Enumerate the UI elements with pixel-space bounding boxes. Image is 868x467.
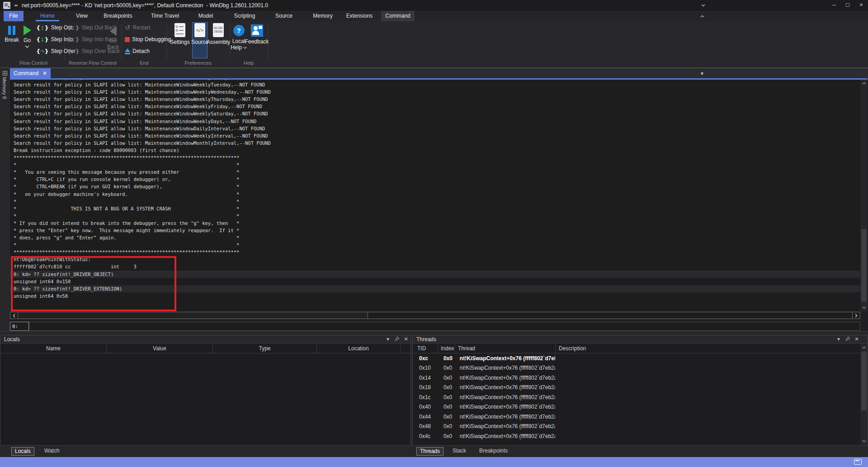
console-line: * *	[10, 161, 860, 168]
threads-scroll-up-icon[interactable]	[860, 344, 868, 351]
thread-row[interactable]: 0x4c0x0nt!KiSwapContext+0x76 (fffff802`d…	[413, 431, 860, 441]
console-scroll-thumb[interactable]	[861, 229, 867, 301]
eject-icon	[125, 48, 130, 54]
menu-tab-model[interactable]: Model	[195, 11, 217, 21]
bottom-tab-breakpoints[interactable]: Breakpoints	[476, 447, 511, 456]
feedback-button[interactable]: Feedback	[245, 23, 269, 45]
menu-tab-scripting[interactable]: Scripting	[231, 11, 259, 21]
group-label-end: End	[140, 60, 149, 67]
assembly-button[interactable]: 0110II0I0I Assembly	[207, 23, 230, 45]
menu-tab-file[interactable]: File	[4, 11, 24, 21]
threads-column-thread: Thread	[455, 343, 556, 353]
source-button[interactable]: </> Source	[193, 23, 207, 45]
go-button[interactable]: Go	[20, 23, 34, 48]
tab-command[interactable]: Command ✕	[10, 68, 51, 78]
play-back-icon	[110, 27, 117, 36]
thread-row[interactable]: 0x100x0nt!KiSwapContext+0x76 (fffff802`d…	[413, 363, 860, 373]
threads-menu-chevron-icon[interactable]: ▾	[834, 336, 843, 342]
go-dropdown-chevron-icon[interactable]	[25, 45, 29, 48]
local-help-button[interactable]: ? Local Help	[231, 23, 246, 51]
locals-menu-chevron-icon[interactable]: ▾	[383, 336, 392, 342]
thread-row[interactable]: 0x1c0x0nt!KiSwapContext+0x76 (fffff802`d…	[413, 392, 860, 402]
bottom-tab-locals[interactable]: Locals	[11, 447, 34, 456]
menu-tab-time-travel[interactable]: Time Travel	[146, 11, 184, 21]
console-window-icon[interactable]	[854, 459, 862, 465]
thread-entry: nt!KiSwapContext+0x76 (fffff802`d7eb2ad6…	[455, 355, 556, 362]
threads-close-icon[interactable]: ✕	[852, 336, 861, 342]
locals-pin-icon[interactable]	[392, 336, 401, 342]
threads-scroll-thumb[interactable]	[861, 352, 867, 410]
minimize-button[interactable]: –	[827, 0, 841, 11]
go-back-button[interactable]: Go Back	[106, 23, 120, 50]
thread-row[interactable]: 0x180x0nt!KiSwapContext+0x76 (fffff802`d…	[413, 383, 860, 393]
menu-tab-memory[interactable]: Memory	[310, 11, 336, 21]
bottom-tab-threads[interactable]: Threads	[416, 447, 443, 456]
console-line: Break instruction exception - code 80000…	[10, 147, 860, 154]
scroll-right-icon[interactable]	[852, 312, 860, 319]
console-line: * If you did not intend to break into th…	[10, 219, 860, 227]
bottom-tab-stack[interactable]: Stack	[449, 447, 469, 456]
restart-button[interactable]: ↺Restart	[125, 24, 150, 31]
console-line: Search result for policy in SLAPI allow …	[10, 125, 860, 132]
svg-text:0110I: 0110I	[214, 26, 223, 30]
command-output-area[interactable]: Search result for policy in SLAPI allow …	[10, 80, 860, 311]
horizontal-scroll-thumb[interactable]	[18, 312, 368, 319]
console-line: * *	[10, 212, 860, 219]
group-label-reverse-flow-control: Reverse Flow Control	[69, 60, 117, 67]
threads-scroll-down-icon[interactable]	[860, 438, 868, 445]
thread-tid: 0x18	[413, 384, 438, 391]
thread-row[interactable]: 0x140x0nt!KiSwapContext+0x76 (fffff802`d…	[413, 373, 860, 383]
help-dropdown-chevron-icon	[243, 47, 247, 49]
console-line: Search result for policy in SLAPI allow …	[10, 88, 860, 95]
thread-row[interactable]: 0xc0x0nt!KiSwapContext+0x76 (fffff802`d7…	[413, 353, 860, 363]
threads-panel-titlebar: Threads ▾ ✕	[413, 335, 868, 343]
threads-vertical-scrollbar[interactable]	[860, 343, 868, 445]
scroll-down-icon[interactable]	[860, 304, 868, 311]
menu-tab-home[interactable]: Home	[36, 11, 59, 21]
quick-access-chevron-down-icon[interactable]	[14, 4, 18, 7]
thread-entry: nt!KiSwapContext+0x76 (fffff802`d7eb2ad6…	[455, 375, 556, 381]
detach-button[interactable]: Detach	[125, 48, 150, 55]
settings-button[interactable]: Settings	[169, 23, 191, 45]
scroll-left-icon[interactable]	[10, 312, 18, 319]
status-bar	[0, 457, 868, 467]
locals-panel-titlebar: Locals ▾ ✕	[0, 335, 410, 343]
console-line: * CTRL+BREAK (if you run GUI kernel debu…	[10, 183, 860, 190]
thread-row[interactable]: 0x480x0nt!KiSwapContext+0x76 (fffff802`d…	[413, 422, 860, 432]
break-button[interactable]: Break	[4, 23, 20, 43]
menu-tab-breakpoints[interactable]: Breakpoints	[100, 11, 136, 21]
tab-memory-0[interactable]: Memory 0	[0, 70, 9, 110]
console-line: 0: kd> ?? sizeof(nt!_DRIVER_EXTENSION)	[10, 285, 860, 292]
locals-panel-title: Locals	[0, 336, 383, 343]
menu-tab-command[interactable]: Command	[381, 11, 415, 21]
thread-row[interactable]: 0x400x0nt!KiSwapContext+0x76 (fffff802`d…	[413, 402, 860, 412]
thread-tid: 0x4c	[413, 433, 438, 439]
thread-row[interactable]: 0x440x0nt!KiSwapContext+0x76 (fffff802`d…	[413, 412, 860, 422]
menu-tab-view[interactable]: View	[72, 11, 91, 21]
command-input[interactable]	[29, 322, 860, 331]
console-line: Search result for policy in SLAPI allow …	[10, 110, 860, 117]
locals-close-icon[interactable]: ✕	[401, 336, 410, 342]
close-tab-icon[interactable]: ✕	[39, 70, 51, 76]
tab-list-chevron-down-icon[interactable]: ▼	[700, 71, 704, 76]
thread-tid: 0x14	[413, 375, 438, 381]
menu-tab-extensions[interactable]: Extensions	[342, 11, 377, 21]
stop-debugging-button[interactable]: Stop Debugging	[125, 36, 171, 43]
console-line: Search result for policy in SLAPI allow …	[10, 118, 860, 125]
menu-tab-source[interactable]: Source	[273, 11, 295, 21]
locals-rows[interactable]	[0, 353, 403, 445]
threads-pin-icon[interactable]	[843, 336, 852, 342]
console-line: ****************************************…	[10, 248, 860, 256]
thread-index: 0x0	[438, 394, 455, 400]
maximize-button[interactable]: □	[841, 0, 854, 11]
console-line: unsigned int64 0x150	[10, 278, 860, 285]
console-vertical-scrollbar[interactable]	[860, 80, 868, 311]
thread-entry: nt!KiSwapContext+0x76 (fffff802`d7eb2ad6…	[455, 394, 556, 400]
console-horizontal-scrollbar[interactable]	[10, 312, 860, 319]
ribbon-collapse-chevron-icon[interactable]	[700, 15, 704, 18]
close-button[interactable]: ×	[854, 0, 868, 11]
scroll-up-icon[interactable]	[860, 80, 868, 87]
thread-index: 0x0	[438, 414, 455, 420]
titlebar-chevron-down-icon[interactable]	[701, 4, 705, 7]
bottom-tab-watch[interactable]: Watch	[41, 447, 63, 456]
